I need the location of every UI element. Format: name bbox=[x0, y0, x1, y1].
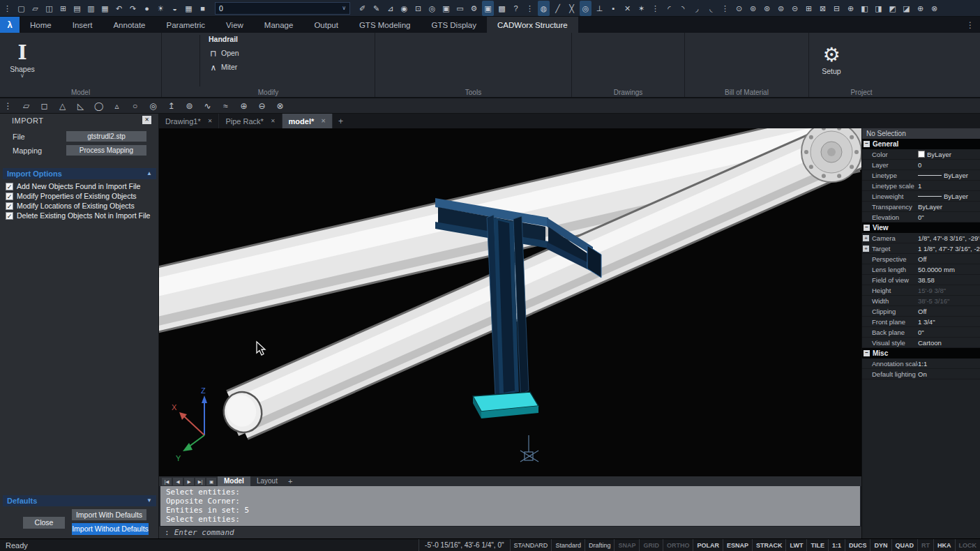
line-tool-icon[interactable]: ╱ bbox=[552, 1, 564, 16]
property-row[interactable]: + Camera 1/8", 47'-8 3/16", -29'-0 bbox=[862, 233, 980, 243]
drawing-explorer-icon[interactable]: ▣ bbox=[440, 1, 452, 16]
erase-tool-icon[interactable]: ✕ bbox=[621, 1, 633, 16]
defaults-header[interactable]: Defaults ▼ bbox=[3, 495, 156, 506]
first-layout-icon[interactable]: |◀ bbox=[162, 478, 172, 485]
layer-dropdown[interactable]: 0 ∨ bbox=[215, 2, 350, 15]
property-row[interactable]: Default lighting On bbox=[862, 369, 980, 379]
subtract-icon[interactable]: ⊖ bbox=[256, 99, 268, 113]
ribbon-tab[interactable]: Home bbox=[20, 17, 62, 33]
status-toggle[interactable]: Drafting bbox=[585, 539, 615, 551]
checkbox-checked-icon[interactable]: ✓ bbox=[6, 183, 13, 190]
status-toggle[interactable]: 1:1 bbox=[828, 539, 845, 551]
import-option[interactable]: ✓ Add New Objects Found in Import File bbox=[6, 182, 150, 190]
color-swatch-icon[interactable]: ■ bbox=[197, 1, 209, 16]
property-row[interactable]: Front plane 1 3/4" bbox=[862, 317, 980, 327]
sweep-icon[interactable]: ∿ bbox=[202, 99, 213, 113]
ribbon-tab[interactable]: Manage bbox=[254, 17, 304, 33]
hide-objects-icon[interactable]: ◎ bbox=[426, 1, 438, 16]
property-value[interactable]: ByLayer bbox=[918, 203, 980, 211]
property-value[interactable]: 0" bbox=[918, 329, 980, 336]
status-toggle[interactable]: DUCS bbox=[845, 539, 870, 551]
new-document-icon[interactable]: ▢ bbox=[15, 1, 27, 16]
import-option[interactable]: ✓ Modify Properties of Existing Objects bbox=[6, 192, 150, 200]
status-toggle[interactable]: TILE bbox=[806, 539, 828, 551]
property-value[interactable]: 1/8", 47'-8 3/16", -29'-0 bbox=[918, 234, 980, 242]
layer-palette-icon[interactable]: ◩ bbox=[887, 1, 898, 16]
property-row[interactable]: Linetype ByLayer bbox=[862, 170, 980, 181]
close-button[interactable]: Close bbox=[23, 517, 65, 529]
collapse-icon[interactable]: − bbox=[864, 350, 870, 356]
grip-icon[interactable]: ⋮ bbox=[2, 99, 14, 113]
match-properties-icon[interactable]: ✐ bbox=[356, 1, 368, 16]
grip-icon[interactable]: ⋮ bbox=[1, 1, 13, 16]
look-view-icon[interactable]: ◟ bbox=[705, 1, 717, 16]
expand-icon[interactable]: + bbox=[863, 246, 869, 252]
render-window-icon[interactable]: ▩ bbox=[496, 1, 508, 16]
status-toggle[interactable]: STRACK bbox=[752, 539, 786, 551]
grip-icon[interactable]: ⋮ bbox=[719, 1, 731, 16]
status-toggle[interactable]: Standard bbox=[551, 539, 585, 551]
eraser-icon[interactable]: ▭ bbox=[454, 1, 466, 16]
property-value[interactable]: 15'-9 3/8" bbox=[918, 287, 980, 294]
view-group-icon[interactable]: ◧ bbox=[859, 1, 870, 16]
unlink-entities-icon[interactable]: ⊚ bbox=[747, 1, 759, 16]
property-value[interactable]: 1 1/8", 47'-7 3/16", -29' bbox=[918, 245, 980, 252]
help-icon[interactable]: ? bbox=[510, 1, 522, 16]
status-toggle[interactable]: QUAD bbox=[891, 539, 918, 551]
properties-palette-icon[interactable]: ▣ bbox=[482, 1, 494, 16]
section-header[interactable]: − View bbox=[862, 222, 980, 233]
print-style-icon[interactable]: ▦ bbox=[183, 1, 195, 16]
model-palette-icon[interactable]: ◪ bbox=[900, 1, 912, 16]
layer-lock-icon[interactable]: ◒ bbox=[169, 1, 181, 16]
orbit-view-icon[interactable]: ◝ bbox=[677, 1, 689, 16]
close-icon[interactable]: ✕ bbox=[208, 118, 213, 124]
import-with-defaults-button[interactable]: Import With Defaults bbox=[72, 509, 146, 520]
property-row[interactable]: Visual style Cartoon bbox=[862, 338, 980, 348]
clip-display-icon[interactable]: ⊡ bbox=[412, 1, 424, 16]
box-icon[interactable]: ◻ bbox=[38, 99, 50, 113]
property-row[interactable]: Elevation 0" bbox=[862, 212, 980, 222]
cylinder-icon[interactable]: ◯ bbox=[93, 99, 105, 113]
property-value[interactable]: Off bbox=[918, 255, 980, 263]
property-value[interactable]: Cartoon bbox=[918, 339, 980, 347]
property-row[interactable]: Annotation scale 1:1 bbox=[862, 358, 980, 369]
close-icon[interactable]: ✕ bbox=[142, 116, 151, 124]
ribbon-tab[interactable]: GTS Display bbox=[421, 17, 487, 33]
xref-overlay-icon[interactable]: ⊗ bbox=[928, 1, 940, 16]
import-options-header[interactable]: Import Options ▲ bbox=[3, 168, 156, 179]
status-toggle[interactable]: LOCK bbox=[955, 539, 980, 551]
status-toggle[interactable]: ORTHO bbox=[663, 539, 693, 551]
structure-rotate-icon[interactable]: ⊕ bbox=[845, 1, 857, 16]
import-without-defaults-button[interactable]: Import Without Defaults bbox=[72, 523, 149, 535]
sphere-icon[interactable]: ○ bbox=[129, 99, 141, 113]
property-row[interactable]: Lens length 50.0000 mm bbox=[862, 264, 980, 275]
union-icon[interactable]: ⊕ bbox=[238, 99, 250, 113]
cancel-command-icon[interactable]: ✶ bbox=[635, 1, 647, 16]
settings-gears-icon[interactable]: ⚙ bbox=[468, 1, 480, 16]
property-row[interactable]: Height 15'-9 3/8" bbox=[862, 285, 980, 296]
checkbox-checked-icon[interactable]: ✓ bbox=[6, 212, 13, 220]
view-settings-icon[interactable]: ◨ bbox=[873, 1, 884, 16]
drawing-tab[interactable]: Pipe Rack* ✕ bbox=[219, 114, 282, 128]
property-value[interactable]: 38'-5 3/16" bbox=[918, 297, 980, 305]
structure-alarm-icon[interactable]: ⊝ bbox=[789, 1, 801, 16]
ribbon-tab[interactable]: Annotate bbox=[103, 17, 156, 33]
command-history[interactable]: Select entities:Opposite Corner:Entities… bbox=[160, 486, 860, 526]
ribbon-item[interactable]: ∧ Miter bbox=[209, 61, 239, 73]
project-setup-button[interactable]: ⚙ Setup bbox=[813, 35, 850, 85]
undo-icon[interactable]: ↶ bbox=[113, 1, 125, 16]
file-button[interactable]: gtstrudl2.stp bbox=[66, 131, 146, 142]
status-toggle[interactable]: LWT bbox=[785, 539, 806, 551]
status-toggle[interactable]: SNAP bbox=[614, 539, 639, 551]
grip-icon[interactable]: ⋮ bbox=[524, 1, 536, 16]
point-tool-icon[interactable]: ▪ bbox=[608, 1, 619, 16]
property-value[interactable]: 1 bbox=[918, 182, 980, 190]
shapes-button[interactable]: I Shapes ∨ bbox=[4, 35, 40, 85]
layout-tab[interactable]: Layout bbox=[250, 476, 284, 486]
layout-tab[interactable]: Model bbox=[218, 476, 250, 486]
property-value[interactable]: 0 bbox=[918, 161, 980, 169]
edit-entity-icon[interactable]: ✎ bbox=[370, 1, 382, 16]
polysolid-icon[interactable]: ▱ bbox=[20, 99, 32, 113]
construction-line-icon[interactable]: ╳ bbox=[566, 1, 578, 16]
xref-attach-icon[interactable]: ⊕ bbox=[914, 1, 926, 16]
